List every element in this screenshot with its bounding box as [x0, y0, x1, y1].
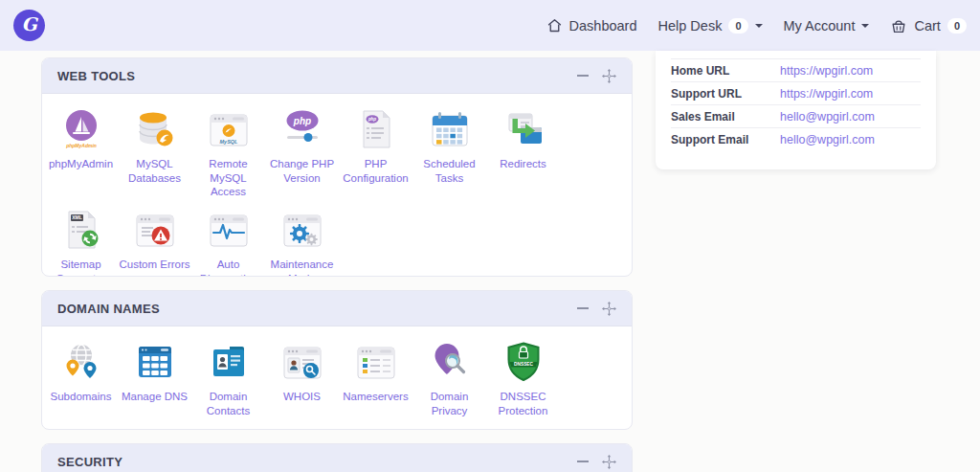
home-url-link[interactable]: https://wpgirl.com [780, 64, 873, 78]
move-handle-icon[interactable] [602, 69, 616, 83]
domain-privacy-icon [427, 339, 473, 385]
top-header: G Dashboard Help Desk 0 My Account Cart … [0, 0, 980, 51]
nav-cart[interactable]: Cart 0 [890, 17, 967, 34]
auto-diagnostics-icon [206, 207, 252, 253]
tool-item-subdomains[interactable]: Subdomains [44, 339, 118, 417]
tool-item-php-configuration[interactable]: phpPHP Configuration [339, 106, 412, 199]
nav-my-account-label: My Account [784, 18, 856, 34]
whois-icon [279, 339, 325, 385]
nameservers-icon [353, 339, 399, 385]
support-email-link[interactable]: hello@wpgirl.com [780, 133, 875, 146]
tool-label: Redirects [500, 157, 546, 171]
svg-text:MySQL: MySQL [219, 139, 238, 145]
tool-label: WHOIS [283, 390, 321, 404]
redirects-icon [501, 106, 546, 152]
svg-text:XML: XML [72, 215, 82, 221]
tool-item-nameservers[interactable]: Nameservers [339, 339, 412, 417]
tool-item-dnssec-protection[interactable]: DNSSECDNSSEC Protection [486, 339, 560, 417]
panel-domain-names: DOMAIN NAMES SubdomainsManage DNSDomain … [41, 290, 633, 430]
transfer-away-icon [58, 425, 104, 430]
phpmyadmin-icon: phpMyAdmin [58, 106, 104, 152]
tool-label: Remote MySQL Access [191, 157, 265, 199]
info-label: Home URL [671, 64, 780, 78]
change-php-version-icon: php [279, 106, 325, 152]
info-label: Support Email [671, 133, 780, 146]
panel-title: WEB TOOLS [57, 69, 135, 83]
collapse-icon[interactable] [577, 461, 589, 462]
help-desk-count-badge: 0 [728, 18, 747, 34]
tool-label: Domain Contacts [191, 390, 265, 417]
collapse-icon[interactable] [577, 307, 589, 309]
tool-label: phpMyAdmin [49, 157, 113, 171]
panels-column: WEB TOOLS phpMyAdminphpMyAdminMySQL Data… [41, 57, 633, 472]
tool-item-mysql-databases[interactable]: MySQL Databases [118, 106, 191, 199]
tool-label: Auto Diagnostics [191, 258, 265, 277]
nav-help-desk[interactable]: Help Desk 0 [658, 18, 763, 34]
mysql-databases-icon [132, 106, 178, 152]
svg-text:DNSSEC: DNSSEC [514, 362, 534, 367]
logo-letter: G [21, 15, 36, 34]
tool-label: PHP Configuration [339, 157, 412, 185]
nav-cart-label: Cart [914, 18, 940, 34]
tool-item-sitemap-generator[interactable]: XMLSitemap Generator [44, 207, 118, 277]
maintenance-mode-icon [279, 207, 325, 253]
tool-item-manage-dns[interactable]: Manage DNS [118, 339, 191, 417]
info-label: Sales Email [671, 110, 780, 124]
panel-title: SECURITY [57, 455, 122, 469]
info-row-sales-email: Sales Email hello@wpgirl.com [671, 104, 921, 127]
tool-item-change-php-version[interactable]: phpChange PHP Version [265, 106, 339, 199]
support-url-link[interactable]: https://wpgirl.com [780, 87, 873, 101]
panel-domain-names-header: DOMAIN NAMES [42, 291, 632, 326]
tool-label: Nameservers [343, 390, 408, 404]
tool-label: Subdomains [51, 390, 112, 404]
move-handle-icon[interactable] [602, 455, 616, 469]
svg-text:phpMyAdmin: phpMyAdmin [65, 143, 97, 148]
nav-dashboard[interactable]: Dashboard [546, 17, 637, 34]
panel-web-tools-header: WEB TOOLS [42, 58, 632, 94]
tool-label: Scheduled Tasks [412, 157, 486, 185]
domain-names-grid: SubdomainsManage DNSDomain ContactsWHOIS… [42, 326, 632, 430]
info-label: Support URL [671, 87, 780, 101]
tool-label: Custom Errors [119, 258, 189, 272]
cart-icon [890, 17, 907, 34]
app-logo[interactable]: G [13, 10, 45, 41]
home-icon [546, 17, 563, 34]
svg-text:php: php [292, 116, 310, 126]
site-info-card: Home URL https://wpgirl.com Support URL … [656, 51, 936, 169]
tool-item-domain-privacy[interactable]: Domain Privacy [412, 339, 486, 417]
top-nav: Dashboard Help Desk 0 My Account Cart 0 [546, 17, 980, 34]
tool-label: DNSSEC Protection [486, 390, 560, 417]
tool-item-scheduled-tasks[interactable]: Scheduled Tasks [412, 106, 486, 199]
tool-item-whois[interactable]: WHOIS [265, 339, 339, 417]
tool-label: Sitemap Generator [44, 258, 118, 277]
tool-item-remote-mysql-access[interactable]: MySQLRemote MySQL Access [191, 106, 265, 199]
info-row-home-url: Home URL https://wpgirl.com [671, 58, 921, 81]
web-tools-grid: phpMyAdminphpMyAdminMySQL DatabasesMySQL… [42, 94, 632, 277]
tool-item-redirects[interactable]: Redirects [486, 106, 560, 199]
subdomains-icon [58, 339, 104, 385]
move-handle-icon[interactable] [602, 302, 616, 316]
custom-errors-icon [132, 207, 178, 253]
tool-label: Change PHP Version [265, 157, 339, 185]
scheduled-tasks-icon [427, 106, 473, 152]
remote-mysql-access-icon: MySQL [206, 106, 252, 152]
tool-item-domain-contacts[interactable]: Domain Contacts [191, 339, 265, 417]
tool-item-phpmyadmin[interactable]: phpMyAdminphpMyAdmin [44, 106, 118, 199]
chevron-down-icon [755, 24, 763, 28]
nav-my-account[interactable]: My Account [784, 18, 870, 34]
collapse-icon[interactable] [577, 75, 589, 77]
dnssec-protection-icon: DNSSEC [501, 339, 546, 385]
manage-dns-icon [132, 339, 178, 385]
nav-help-desk-label: Help Desk [658, 18, 723, 34]
tool-label: Manage DNS [122, 390, 188, 404]
php-configuration-icon: php [353, 106, 399, 152]
sales-email-link[interactable]: hello@wpgirl.com [780, 110, 875, 124]
sitemap-generator-icon: XML [58, 207, 104, 253]
tool-item-maintenance-mode[interactable]: Maintenance Mode [265, 207, 339, 277]
tool-item-transfer-away[interactable]: Transfer Away [44, 425, 118, 430]
tool-item-custom-errors[interactable]: Custom Errors [118, 207, 191, 277]
tool-item-auto-diagnostics[interactable]: Auto Diagnostics [191, 207, 265, 277]
info-row-support-email: Support Email hello@wpgirl.com [671, 127, 921, 150]
tool-label: Maintenance Mode [265, 258, 339, 277]
tool-label: Domain Privacy [412, 390, 486, 417]
